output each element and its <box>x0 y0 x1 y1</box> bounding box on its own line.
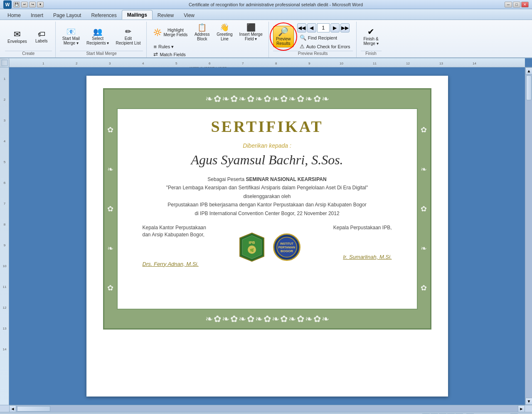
maximize-btn[interactable]: □ <box>513 2 520 7</box>
ornament-bot-3: ❧ <box>222 314 229 325</box>
insert-merge-field-label: Insert MergeField ▾ <box>239 32 263 41</box>
ribbon-group-finish: ✔ Finish &Merge ▾ Finish <box>357 22 385 57</box>
close-btn[interactable]: ✕ <box>521 2 529 7</box>
left-ornament-2: ❧ <box>107 165 113 174</box>
address-block-label: AddressBlock <box>195 32 210 41</box>
rules-button[interactable]: ≡ Rules ▾ <box>151 43 194 50</box>
ribbon: ✉ Envelopes 🏷 Labels Create 📧 Start Mail… <box>0 20 532 58</box>
preview-results-wrapper: 🔎 PreviewResults <box>273 26 294 47</box>
scroll-up-button[interactable]: ▲ <box>525 67 532 74</box>
labels-button[interactable]: 🏷 Labels <box>31 29 52 45</box>
tab-page-layout[interactable]: Page Layout <box>48 11 86 20</box>
rules-icon: ≡ <box>153 44 157 50</box>
ornament-top-2: ✿ <box>214 94 221 104</box>
right-ornament-4: ❧ <box>421 244 427 253</box>
greeting-line-icon: 👋 <box>220 24 229 31</box>
tab-references[interactable]: References <box>86 11 121 20</box>
tab-home[interactable]: Home <box>2 11 26 20</box>
minimize-btn[interactable]: ─ <box>505 2 512 7</box>
find-recipient-button[interactable]: 🔍 Find Recipient <box>297 34 353 41</box>
ornament-bot-9: ❧ <box>272 314 279 325</box>
hscroll-right-button[interactable]: ► <box>518 405 525 412</box>
nav-last-button[interactable]: ▶▶ <box>340 23 350 32</box>
quick-save-btn[interactable]: 💾 <box>13 2 20 7</box>
select-recipients-label: SelectRecipients ▾ <box>86 36 109 45</box>
left-ornament-3: ✿ <box>107 204 113 213</box>
svg-text:11: 11 <box>3 285 7 289</box>
envelopes-button[interactable]: ✉ Envelopes <box>5 29 30 45</box>
redo-btn[interactable]: ↪ <box>29 2 36 7</box>
labels-label: Labels <box>35 39 47 43</box>
highlight-merge-fields-button[interactable]: 🔆 HighlightMerge Fields <box>151 27 190 38</box>
highlight-merge-fields-icon: 🔆 <box>153 29 162 36</box>
customize-qat-btn[interactable]: ▾ <box>37 2 44 7</box>
ornament-bot-8: ✿ <box>264 314 271 325</box>
scroll-thumb[interactable] <box>526 75 532 100</box>
ornament-bot-11: ❧ <box>288 314 296 325</box>
certificate-body: Sebagai Peserta SEMINAR NASIONAL KEARSIP… <box>166 175 368 218</box>
finish-merge-button[interactable]: ✔ Finish &Merge ▾ <box>361 26 382 47</box>
insert-merge-field-button[interactable]: ⬛ Insert MergeField ▾ <box>237 22 265 42</box>
certificate-recipient-name: Agus Syamsul Bachri, S.Sos. <box>191 152 343 168</box>
scroll-track[interactable] <box>525 74 532 398</box>
address-block-icon: 📋 <box>197 24 207 31</box>
auto-check-errors-button[interactable]: ⚠ Auto Check for Errors <box>297 43 353 50</box>
preview-results-button[interactable]: 🔎 PreviewResults <box>273 26 294 47</box>
ornament-top-13: ❧ <box>305 94 313 104</box>
ribbon-group-preview-results: 🔎 PreviewResults ◀◀ ◀ ▶ ▶▶ 🔍 Find Recipi… <box>270 22 357 57</box>
address-block-button[interactable]: 📋 AddressBlock <box>192 22 212 42</box>
match-fields-icon: ⇄ <box>153 51 158 57</box>
finish-merge-icon: ✔ <box>367 27 374 36</box>
hscroll-thumb[interactable] <box>17 406 50 412</box>
ipb-emblem-wrap: INSTITUT PERTANIAN BOGOR <box>273 233 300 261</box>
certificate-given-label: Diberikan kepada : <box>243 142 291 149</box>
scroll-down-button[interactable]: ▼ <box>525 398 532 405</box>
svg-text:6: 6 <box>4 181 6 185</box>
nav-number-input[interactable] <box>317 23 330 32</box>
finish-group-label: Finish <box>361 51 382 57</box>
tab-mailings[interactable]: Mailings <box>122 10 153 20</box>
tab-view[interactable]: View <box>179 11 200 20</box>
svg-text:1: 1 <box>42 62 44 65</box>
select-recipients-button[interactable]: 👥 SelectRecipients ▾ <box>84 27 111 47</box>
tab-review[interactable]: Review <box>153 11 179 20</box>
ornament-top-10: ✿ <box>280 94 288 104</box>
ornament-bot-7: ❧ <box>255 314 263 325</box>
ornament-bot-4: ✿ <box>230 314 238 325</box>
start-mail-merge-icon: 📧 <box>66 28 76 35</box>
sig-block-left: Kepala Kantor Perpustakaandan Arsip Kabu… <box>143 224 206 267</box>
svg-text:6: 6 <box>209 62 211 65</box>
vertical-scrollbar[interactable]: ▲ ▼ <box>525 67 532 405</box>
svg-text:13: 13 <box>439 62 443 65</box>
hscroll-right-spacer <box>525 405 532 412</box>
undo-btn[interactable]: ↩ <box>21 2 28 7</box>
auto-check-icon: ⚠ <box>300 43 305 50</box>
nav-first-button[interactable]: ◀◀ <box>297 23 306 32</box>
greeting-line-button[interactable]: 👋 GreetingLine <box>214 22 235 42</box>
match-fields-button[interactable]: ⇄ Match Fields <box>151 51 194 58</box>
rules-label: Rules ▾ <box>158 44 174 50</box>
edit-recipient-list-button[interactable]: ✏ EditRecipient List <box>113 27 143 47</box>
ornament-top-8: ✿ <box>264 94 271 104</box>
ornament-top-15: ❧ <box>322 94 329 104</box>
document-scroll-area[interactable]: ❧ ✿ ❧ ✿ ❧ ✿ ❧ ✿ ❧ ✿ ❧ ✿ ❧ ✿ ❧ <box>9 67 525 405</box>
vertical-ruler: 1 2 3 4 5 6 7 8 9 10 11 12 13 14 <box>0 67 9 405</box>
cert-top-border: ❧ ✿ ❧ ✿ ❧ ✿ ❧ ✿ ❧ ✿ ❧ ✿ ❧ ✿ ❧ <box>104 89 430 108</box>
svg-text:7: 7 <box>242 62 244 65</box>
start-mail-merge-button[interactable]: 📧 Start MailMerge ▾ <box>60 27 82 47</box>
nav-prev-button[interactable]: ◀ <box>307 23 316 32</box>
nav-next-button[interactable]: ▶ <box>330 23 340 32</box>
bogor-emblem-wrap: IPB 🌿 <box>239 232 265 262</box>
tab-insert[interactable]: Insert <box>26 11 48 20</box>
body-line2: "Peran Lembaga Kearsipan dan Sertifikasi… <box>166 185 368 191</box>
certificate-inner: SERTIFIKAT Diberikan kepada : Agus Syams… <box>117 108 418 310</box>
ruler-scrollbar-spacer <box>525 58 532 67</box>
hscroll-track[interactable] <box>16 405 518 412</box>
body-line5: di IPB International Convention Center B… <box>195 211 339 216</box>
svg-text:5: 5 <box>175 62 177 65</box>
hscroll-left-button[interactable]: ◄ <box>9 405 16 412</box>
left-ornament-1: ✿ <box>107 125 113 134</box>
ornament-top-4: ✿ <box>230 94 238 104</box>
svg-text:7: 7 <box>4 202 6 206</box>
statusbar: Page: 1 of 1 Words: 0 English (U.S.) ⊞ ⊡… <box>0 412 532 414</box>
